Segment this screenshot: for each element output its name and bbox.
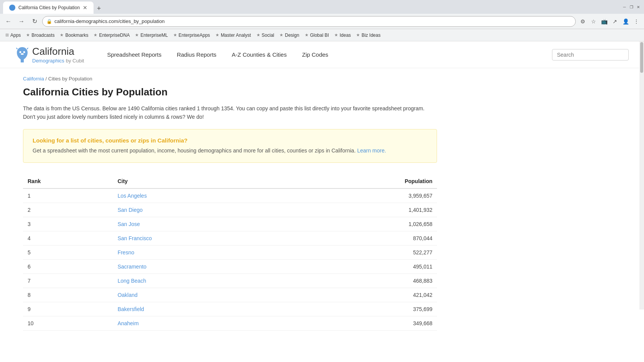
scrollbar-thumb[interactable] — [640, 42, 643, 73]
tab-favicon — [9, 5, 15, 11]
cell-population: 870,044 — [288, 231, 437, 245]
cell-rank: 9 — [23, 302, 113, 316]
bookmark-apps-label: Apps — [10, 33, 21, 38]
city-link[interactable]: San Francisco — [118, 235, 152, 241]
cell-population: 1,401,932 — [288, 203, 437, 217]
nav-az-counties-cities[interactable]: A-Z Counties & Cities — [224, 51, 294, 58]
extensions-button[interactable]: ⚙ — [578, 17, 587, 26]
minimize-button[interactable]: ─ — [622, 4, 627, 10]
browser-window: California Cities by Population ✕ + ─ ❐ … — [0, 0, 644, 41]
cell-city: San Jose — [113, 217, 288, 231]
table-header-row: Rank City Population — [23, 174, 437, 188]
search-input[interactable] — [552, 49, 629, 61]
cell-city: Long Beach — [113, 274, 288, 288]
bookmark-broadcasts[interactable]: ★ Broadcasts — [24, 32, 57, 39]
main-content: California / Cities by Population Califo… — [0, 68, 460, 346]
bookmark-masteranalyst[interactable]: ★ Master Analyst — [213, 32, 253, 39]
promo-title: Looking for a list of cities, counties o… — [33, 137, 427, 144]
logo-text: California Demographics by Cubit — [32, 46, 84, 64]
table-body: 1Los Angeles3,959,6572San Diego1,401,932… — [23, 188, 437, 331]
bookmark-enterprisedna[interactable]: ★ EnterpriseDNA — [91, 32, 132, 39]
site-header: California Demographics by Cubit Spreads… — [0, 41, 644, 68]
nav-spreadsheet-reports[interactable]: Spreadsheet Reports — [99, 51, 169, 58]
bookmark-design-label: Design — [285, 33, 299, 38]
cell-city: Fresno — [113, 245, 288, 259]
bookmark-enterpriseml[interactable]: ★ EnterpriseML — [133, 32, 170, 39]
promo-text: Get a spreadsheet with the most current … — [33, 147, 427, 155]
bookmark-enterpriseml-label: EnterpriseML — [140, 33, 168, 38]
bookmark-bizideas[interactable]: ★ Biz Ideas — [354, 32, 383, 39]
bookmarks-bar: ⊞ Apps ★ Broadcasts ★ Bookmarks ★ Enterp… — [0, 29, 644, 41]
share-button[interactable]: ↗ — [610, 17, 619, 26]
tab-close-button[interactable]: ✕ — [83, 5, 87, 11]
reload-button[interactable]: ↻ — [29, 16, 40, 27]
table-row: 9Bakersfield375,699 — [23, 302, 437, 316]
city-link[interactable]: Oakland — [118, 292, 138, 298]
breadcrumb-home-link[interactable]: California — [23, 76, 44, 82]
cast-button[interactable]: 📺 — [600, 17, 609, 26]
bookmark-star-button[interactable]: ☆ — [589, 17, 598, 26]
cell-population: 349,668 — [288, 316, 437, 330]
ideas-icon: ★ — [334, 33, 338, 38]
security-icon: 🔒 — [46, 19, 52, 24]
bookmark-apps[interactable]: ⊞ Apps — [3, 32, 23, 39]
cell-rank: 3 — [23, 217, 113, 231]
city-link[interactable]: Los Angeles — [118, 193, 147, 199]
city-link[interactable]: Anaheim — [118, 320, 139, 326]
cell-population: 495,011 — [288, 259, 437, 274]
active-tab[interactable]: California Cities by Population ✕ — [3, 2, 94, 14]
browser-titlebar: California Cities by Population ✕ + ─ ❐ … — [0, 0, 644, 14]
logo-area: California Demographics by Cubit — [15, 46, 84, 64]
breadcrumb-separator: / — [46, 76, 48, 82]
enterprisedna-icon: ★ — [94, 33, 97, 38]
bookmark-enterpriseapps-label: EnterpriseApps — [179, 33, 210, 38]
address-bar[interactable]: 🔒 california-demographics.com/cities_by_… — [42, 16, 576, 27]
forward-button[interactable]: → — [16, 16, 27, 27]
back-button[interactable]: ← — [3, 16, 14, 27]
new-tab-button[interactable]: + — [94, 3, 104, 14]
city-link[interactable]: San Diego — [118, 207, 143, 213]
close-button[interactable]: ✕ — [636, 4, 641, 10]
bookmark-bizideas-label: Biz Ideas — [361, 33, 380, 38]
cell-city: Los Angeles — [113, 188, 288, 203]
bookmark-social[interactable]: ★ Social — [254, 32, 277, 39]
cell-city: Bakersfield — [113, 302, 288, 316]
bookmark-design[interactable]: ★ Design — [277, 32, 301, 39]
cell-rank: 7 — [23, 274, 113, 288]
masteranalyst-icon: ★ — [215, 33, 219, 38]
table-row: 3San Jose1,026,658 — [23, 217, 437, 231]
cell-city: Anaheim — [113, 316, 288, 330]
nav-zip-codes[interactable]: Zip Codes — [294, 51, 336, 58]
bookmark-ideas[interactable]: ★ Ideas — [332, 32, 353, 39]
bookmark-globalbi[interactable]: ★ Global BI — [302, 32, 331, 39]
breadcrumb: California / Cities by Population — [23, 76, 437, 82]
profile-button[interactable]: 👤 — [621, 17, 630, 26]
city-link[interactable]: San Jose — [118, 221, 140, 227]
city-link[interactable]: Sacramento — [118, 264, 146, 270]
city-link[interactable]: Long Beach — [118, 278, 146, 284]
bookmarks-icon: ★ — [60, 33, 64, 38]
scrollbar[interactable] — [639, 41, 644, 310]
logo-main-text: California — [32, 46, 74, 57]
nav-radius-reports[interactable]: Radius Reports — [169, 51, 224, 58]
column-rank: Rank — [23, 174, 113, 188]
social-icon: ★ — [256, 33, 260, 38]
svg-point-2 — [21, 53, 24, 55]
logo-by-text: by Cubit — [66, 58, 84, 64]
maximize-button[interactable]: ❐ — [629, 4, 634, 10]
apps-icon: ⊞ — [5, 33, 9, 38]
bookmark-broadcasts-label: Broadcasts — [31, 33, 54, 38]
menu-button[interactable]: ⋮ — [632, 17, 641, 26]
cell-rank: 10 — [23, 316, 113, 330]
city-link[interactable]: Bakersfield — [118, 306, 144, 312]
promo-learn-more-link[interactable]: Learn more. — [357, 147, 386, 154]
city-link[interactable]: Fresno — [118, 249, 135, 256]
table-row: 6Sacramento495,011 — [23, 259, 437, 274]
bookmark-enterpriseapps[interactable]: ★ EnterpriseApps — [171, 32, 212, 39]
bookmark-enterprisedna-label: EnterpriseDNA — [99, 33, 130, 38]
bookmark-bookmarks[interactable]: ★ Bookmarks — [58, 32, 90, 39]
cell-rank: 4 — [23, 231, 113, 245]
site-navigation: Spreadsheet Reports Radius Reports A-Z C… — [99, 51, 552, 58]
promo-body-text: Get a spreadsheet with the most current … — [33, 147, 356, 154]
cell-population: 468,883 — [288, 274, 437, 288]
